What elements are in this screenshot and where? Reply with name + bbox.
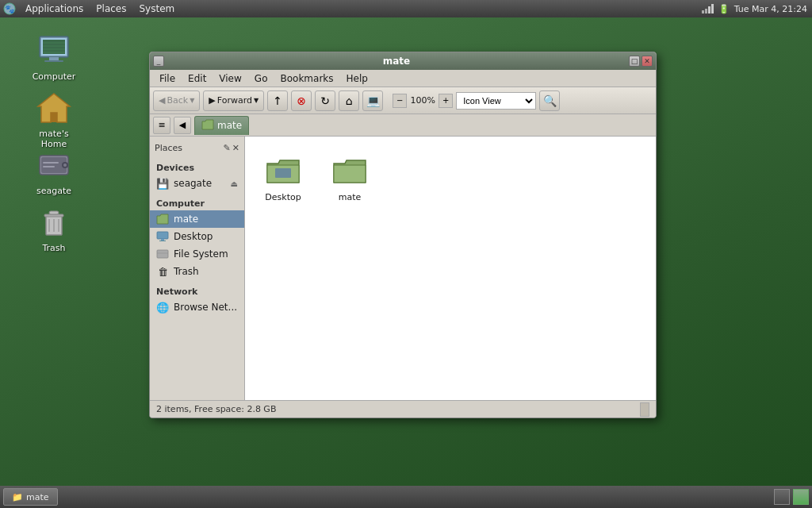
- minimize-button[interactable]: _: [153, 56, 164, 67]
- svg-rect-21: [49, 211, 59, 214]
- svg-rect-30: [275, 168, 291, 178]
- desktop-icon-computer[interactable]: Computer: [22, 29, 86, 85]
- taskbar-status: 🔋 Tue Mar 4, 21:24: [702, 4, 812, 14]
- window-controls-left: _: [153, 56, 164, 67]
- menu-applications[interactable]: Applications: [19, 0, 90, 17]
- desktop-icon-seagate[interactable]: seagate: [22, 143, 86, 199]
- close-button[interactable]: ✕: [642, 56, 653, 67]
- seagate-label: seagate: [36, 186, 71, 196]
- task-label: mate: [26, 492, 49, 502]
- toolbar: ◀ Back ▼ ▶ Forward ▼ ↑ ⊗ ↻ ⌂ 💻: [150, 87, 656, 114]
- sidebar-item-filesystem[interactable]: File System: [150, 245, 244, 263]
- mate-file-icon: [331, 152, 369, 190]
- stop-button[interactable]: ⊗: [291, 90, 312, 111]
- trash-desktop-icon: [35, 203, 73, 241]
- sidebar-item-browse-net[interactable]: 🌐 Browse Net...: [150, 298, 244, 316]
- up-arrow-icon: ↑: [273, 94, 282, 107]
- trash-sidebar-label: Trash: [174, 266, 199, 277]
- desktop-icon-trash[interactable]: Trash: [22, 200, 86, 256]
- zoom-out-button[interactable]: −: [393, 94, 407, 108]
- menu-file[interactable]: File: [153, 71, 182, 86]
- file-area: Desktop mate: [245, 137, 656, 416]
- trash-desktop-label: Trash: [42, 243, 65, 253]
- desktop-file-icon: [264, 152, 302, 190]
- task-folder-icon: 📁: [12, 492, 23, 502]
- prev-location-button[interactable]: ◀: [174, 117, 191, 134]
- locationbar: ≡ ◀ mate: [150, 114, 656, 137]
- forward-arrow-icon: ▶: [209, 95, 215, 106]
- network-section-label: Network: [150, 283, 244, 298]
- zoom-control: − 100% +: [393, 94, 453, 108]
- zoom-in-button[interactable]: +: [439, 94, 453, 108]
- svg-rect-4: [49, 57, 59, 60]
- sidebar-edit-icon[interactable]: ✎: [224, 143, 231, 153]
- desktop-sidebar-icon: [156, 230, 169, 243]
- back-dropdown-icon: ▼: [190, 97, 194, 104]
- menu-help[interactable]: Help: [340, 71, 374, 86]
- svg-text:🐾: 🐾: [5, 4, 15, 14]
- location-label: mate: [217, 120, 242, 131]
- taskbar-bottom-right: [774, 489, 809, 505]
- show-desktop-button-1[interactable]: [774, 489, 790, 505]
- location-tab[interactable]: mate: [194, 116, 249, 135]
- content-area: Places ✎ ✕ Devices 💾 seagate ⏏ Computer: [150, 137, 656, 416]
- battery-icon: 🔋: [718, 4, 730, 14]
- file-item-mate[interactable]: mate: [324, 149, 375, 206]
- places-label: Places: [155, 143, 182, 153]
- sidebar-close-icon[interactable]: ✕: [232, 143, 239, 153]
- home-nav-icon: ⌂: [346, 94, 353, 107]
- toggle-sidebar-button[interactable]: ≡: [153, 117, 170, 134]
- statusbar-text: 2 items, Free space: 2.8 GB: [156, 404, 276, 414]
- back-button[interactable]: ◀ Back ▼: [153, 90, 200, 111]
- show-desktop-button-2[interactable]: [793, 489, 809, 505]
- seagate-eject-icon[interactable]: ⏏: [231, 179, 238, 188]
- reload-button[interactable]: ↻: [315, 90, 335, 111]
- maximize-button[interactable]: □: [629, 56, 640, 67]
- network-sidebar-icon: 🌐: [156, 301, 169, 314]
- home-nav-button[interactable]: ⌂: [339, 90, 359, 111]
- view-mode-select[interactable]: Icon View List View Compact View: [456, 92, 536, 110]
- up-button[interactable]: ↑: [267, 90, 288, 111]
- file-item-desktop[interactable]: Desktop: [258, 149, 308, 206]
- svg-rect-6: [43, 40, 65, 54]
- sidebar-item-seagate[interactable]: 💾 seagate ⏏: [150, 175, 244, 192]
- signal-icon: [702, 4, 714, 13]
- sidebar-item-desktop[interactable]: Desktop: [150, 228, 244, 245]
- reload-icon: ↻: [320, 94, 330, 107]
- statusbar-scrollbar[interactable]: [640, 402, 649, 417]
- window-controls-right: □ ✕: [629, 56, 653, 67]
- seagate-sidebar-icon: 💾: [156, 177, 169, 190]
- search-button[interactable]: 🔍: [539, 90, 560, 111]
- home-icon: [35, 89, 73, 127]
- forward-button[interactable]: ▶ Forward ▼: [203, 90, 264, 111]
- file-manager-window: _ mate □ ✕ File Edit View Go Bookmarks H…: [149, 52, 657, 418]
- sidebar-header-controls: ✎ ✕: [224, 143, 239, 153]
- sidebar-item-mate[interactable]: mate: [150, 210, 244, 228]
- filesystem-sidebar-label: File System: [174, 248, 228, 260]
- search-icon: 🔍: [543, 94, 557, 107]
- menu-edit[interactable]: Edit: [182, 71, 213, 86]
- task-mate-button[interactable]: 📁 mate: [3, 488, 58, 506]
- sidebar-item-trash[interactable]: 🗑 Trash: [150, 263, 244, 280]
- menubar: File Edit View Go Bookmarks Help: [150, 70, 656, 87]
- statusbar: 2 items, Free space: 2.8 GB: [150, 400, 656, 418]
- back-arrow-icon: ◀: [159, 95, 165, 106]
- trash-sidebar-icon: 🗑: [156, 265, 169, 278]
- menu-view[interactable]: View: [213, 71, 247, 86]
- computer-nav-icon: 💻: [366, 94, 380, 107]
- mate-file-label: mate: [339, 192, 362, 202]
- browse-net-label: Browse Net...: [174, 302, 237, 313]
- menu-system[interactable]: System: [132, 0, 181, 17]
- taskbar-bottom: 📁 mate: [0, 486, 812, 508]
- menu-bookmarks[interactable]: Bookmarks: [274, 71, 339, 86]
- mate-folder-icon: [156, 213, 169, 225]
- computer-nav-button[interactable]: 💻: [362, 90, 383, 111]
- top-menu: Applications Places System: [19, 0, 181, 17]
- location-folder-icon: [201, 119, 214, 133]
- menu-places[interactable]: Places: [90, 0, 132, 17]
- mate-logo: 🐾: [3, 2, 16, 15]
- svg-rect-28: [157, 250, 168, 258]
- svg-rect-26: [161, 239, 164, 241]
- menu-go[interactable]: Go: [248, 71, 274, 86]
- svg-rect-12: [51, 113, 57, 122]
